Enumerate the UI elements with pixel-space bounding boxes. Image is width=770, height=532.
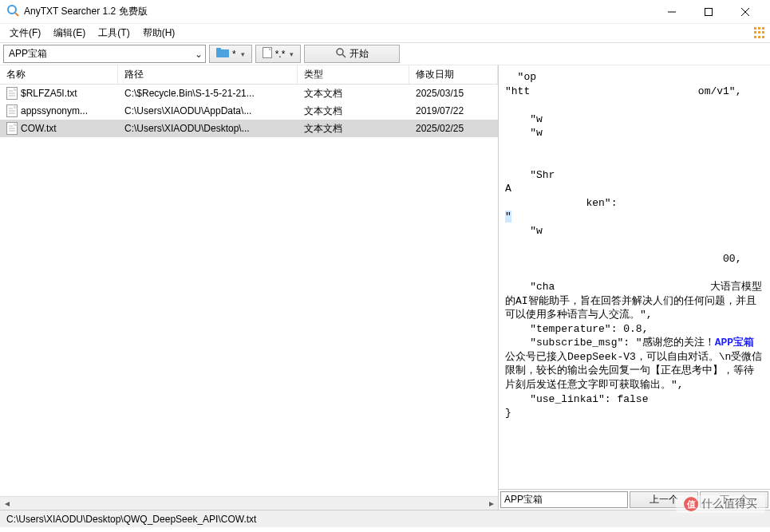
svg-line-1 (15, 13, 18, 16)
svg-point-0 (8, 6, 16, 14)
location-filter-label: * (232, 49, 236, 60)
menubar: 文件(F) 编辑(E) 工具(T) 帮助(H) (0, 24, 770, 43)
svg-point-10 (337, 49, 343, 55)
table-row[interactable]: COW.txtC:\Users\XIAODU\Desktop\...文本文档20… (0, 120, 498, 137)
search-combo[interactable]: ⌄ (3, 45, 206, 63)
cell-type: 文本文档 (298, 120, 409, 137)
close-button[interactable] (727, 0, 764, 24)
grip-icon (754, 27, 765, 38)
window-title: AnyTXT Searcher 1.2 免费版 (24, 5, 654, 18)
location-filter-button[interactable]: * ▾ (209, 45, 252, 63)
scroll-track[interactable] (14, 497, 484, 510)
type-filter-button[interactable]: *.* ▾ (255, 45, 302, 63)
cell-name: $RLFZA5I.txt (0, 85, 118, 101)
column-name[interactable]: 名称 (0, 65, 118, 84)
cell-path: C:\Users\XIAODU\Desktop\... (118, 121, 298, 136)
maximize-button[interactable] (690, 0, 727, 24)
toolbar: ⌄ * ▾ *.* ▾ 开始 (0, 43, 770, 65)
results-list[interactable]: $RLFZA5I.txtC:\$Recycle.Bin\S-1-5-21-21.… (0, 85, 498, 496)
minimize-button[interactable] (654, 0, 690, 24)
cell-date: 2019/07/22 (409, 104, 498, 118)
cell-date: 2025/02/25 (409, 121, 498, 136)
menu-file[interactable]: 文件(F) (3, 25, 47, 41)
menu-edit[interactable]: 编辑(E) (47, 25, 92, 41)
cell-type: 文本文档 (298, 85, 409, 102)
cell-name: appssynonym... (0, 103, 118, 119)
svg-rect-3 (705, 8, 713, 15)
scroll-right-icon[interactable]: ▸ (484, 497, 498, 510)
statusbar: C:\Users\XIAODU\Desktop\QWQ_DeepSeek_API… (0, 510, 770, 527)
titlebar: AnyTXT Searcher 1.2 免费版 (0, 0, 770, 24)
watermark-icon: 值 (684, 497, 698, 511)
watermark-text: 什么值得买 (701, 497, 757, 511)
preview-text[interactable]: "op "htt om/v1", "w "w "Shr A ken": " "w… (499, 65, 770, 489)
cell-path: C:\$Recycle.Bin\S-1-5-21-21... (118, 86, 298, 100)
type-filter-label: *.* (275, 49, 286, 60)
column-path[interactable]: 路径 (118, 65, 298, 84)
cell-name: COW.txt (0, 120, 118, 136)
watermark: 值 什么值得买 (676, 495, 765, 513)
list-header: 名称 路径 类型 修改日期 (0, 65, 498, 85)
scroll-left-icon[interactable]: ◂ (0, 497, 14, 510)
svg-rect-7 (216, 48, 221, 51)
svg-line-11 (342, 54, 346, 57)
column-type[interactable]: 类型 (298, 65, 409, 84)
menu-tools[interactable]: 工具(T) (92, 25, 136, 41)
find-in-preview-input[interactable] (500, 491, 628, 508)
cell-path: C:\Users\XIAODU\AppData\... (118, 104, 298, 118)
table-row[interactable]: $RLFZA5I.txtC:\$Recycle.Bin\S-1-5-21-21.… (0, 85, 498, 102)
file-icon (263, 47, 272, 61)
content: 名称 路径 类型 修改日期 $RLFZA5I.txtC:\$Recycle.Bi… (0, 65, 770, 510)
column-date[interactable]: 修改日期 (409, 65, 498, 84)
start-button[interactable]: 开始 (304, 45, 400, 63)
chevron-down-icon: ▾ (290, 50, 294, 58)
chevron-down-icon: ▾ (241, 50, 245, 58)
cell-type: 文本文档 (298, 103, 409, 120)
app-icon (6, 4, 24, 19)
search-input[interactable] (4, 47, 192, 61)
preview-pane: "op "htt om/v1", "w "w "Shr A ken": " "w… (499, 65, 770, 510)
search-icon (335, 47, 346, 61)
cell-date: 2025/03/15 (409, 86, 498, 100)
menu-help[interactable]: 帮助(H) (136, 25, 182, 41)
folder-icon (216, 48, 229, 60)
table-row[interactable]: appssynonym...C:\Users\XIAODU\AppData\..… (0, 102, 498, 120)
status-path: C:\Users\XIAODU\Desktop\QWQ_DeepSeek_API… (6, 514, 256, 525)
results-pane: 名称 路径 类型 修改日期 $RLFZA5I.txtC:\$Recycle.Bi… (0, 65, 499, 510)
horizontal-scrollbar[interactable]: ◂ ▸ (0, 496, 498, 510)
highlight: APP宝箱 (715, 337, 754, 349)
chevron-down-icon[interactable]: ⌄ (192, 49, 205, 60)
start-label: 开始 (349, 47, 369, 61)
